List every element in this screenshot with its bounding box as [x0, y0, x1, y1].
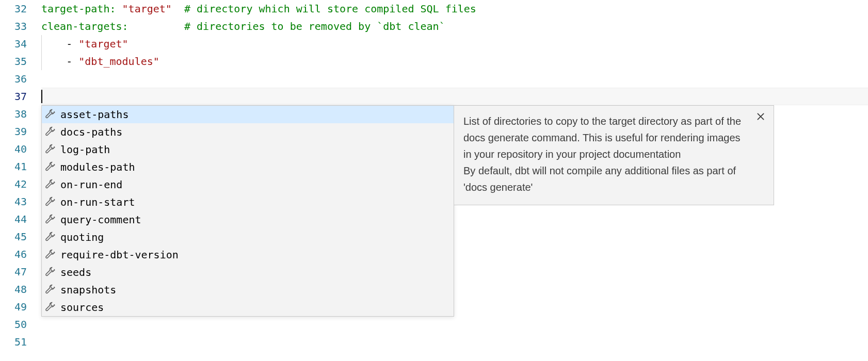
suggestion-item[interactable]: modules-path: [42, 158, 454, 176]
suggestion-label: on-run-start: [60, 196, 135, 208]
suggestion-label: sources: [60, 301, 104, 314]
close-icon[interactable]: [756, 112, 766, 122]
wrench-icon: [45, 144, 56, 155]
suggestion-label: modules-path: [60, 161, 135, 173]
autocomplete-popup: asset-pathsdocs-pathslog-pathmodules-pat…: [41, 105, 774, 317]
line-number-gutter: 32 33 34 35 36 37 38 39 40 41 42 43 44 4…: [0, 0, 41, 361]
wrench-icon: [45, 267, 56, 278]
yaml-comment: # directory which will store compiled SQ…: [184, 3, 476, 15]
suggestion-list[interactable]: asset-pathsdocs-pathslog-pathmodules-pat…: [41, 105, 454, 317]
code-line[interactable]: [41, 333, 868, 351]
wrench-icon: [45, 109, 56, 120]
suggestion-item[interactable]: snapshots: [42, 281, 454, 299]
line-number: 39: [0, 123, 27, 140]
code-line-active[interactable]: [41, 88, 868, 105]
suggestion-item[interactable]: on-run-end: [42, 176, 454, 193]
line-number: 48: [0, 281, 27, 298]
line-number: 46: [0, 245, 27, 263]
line-number: 38: [0, 105, 27, 123]
yaml-key: clean-targets: [41, 20, 122, 32]
wrench-icon: [45, 302, 56, 313]
suggestion-label: snapshots: [60, 284, 116, 296]
suggestion-description: List of directories to copy to the targe…: [463, 113, 748, 195]
line-number: 41: [0, 158, 27, 175]
suggestion-label: log-path: [60, 143, 110, 156]
code-line[interactable]: - "dbt_modules": [41, 53, 868, 70]
code-area[interactable]: target-path: "target" # directory which …: [41, 0, 868, 361]
wrench-icon: [45, 179, 56, 190]
suggestion-label: query-comment: [60, 214, 141, 226]
code-line[interactable]: [41, 70, 868, 88]
suggestion-label: quoting: [60, 231, 104, 243]
suggestion-item[interactable]: quoting: [42, 228, 454, 246]
suggestion-label: docs-paths: [60, 126, 122, 138]
line-number: 33: [0, 18, 27, 35]
wrench-icon: [45, 196, 56, 208]
code-line[interactable]: [41, 316, 868, 333]
line-number: 32: [0, 0, 27, 18]
suggestion-label: on-run-end: [60, 178, 122, 191]
yaml-string: "target": [78, 38, 128, 50]
suggestion-label: require-dbt-version: [60, 249, 179, 261]
code-line[interactable]: target-path: "target" # directory which …: [41, 0, 868, 18]
code-line[interactable]: - "target": [41, 35, 868, 53]
wrench-icon: [45, 214, 56, 225]
yaml-string: "target": [122, 3, 172, 15]
suggestion-item[interactable]: docs-paths: [42, 123, 454, 141]
line-number: 37: [0, 88, 27, 105]
line-number: 44: [0, 210, 27, 228]
suggestion-detail-panel: List of directories to copy to the targe…: [454, 105, 774, 205]
line-number: 35: [0, 53, 27, 70]
code-line[interactable]: clean-targets: # directories to be remov…: [41, 18, 868, 35]
yaml-comment: # directories to be removed by `dbt clea…: [184, 20, 445, 32]
suggestion-item[interactable]: require-dbt-version: [42, 246, 454, 264]
line-number: 50: [0, 316, 27, 333]
line-number: 40: [0, 140, 27, 158]
yaml-string: "dbt_modules": [78, 55, 159, 68]
wrench-icon: [45, 161, 56, 173]
line-number: 42: [0, 175, 27, 193]
code-editor[interactable]: 32 33 34 35 36 37 38 39 40 41 42 43 44 4…: [0, 0, 868, 361]
wrench-icon: [45, 126, 56, 138]
line-number: 36: [0, 70, 27, 88]
line-number: 49: [0, 298, 27, 316]
suggestion-item[interactable]: query-comment: [42, 211, 454, 228]
suggestion-item[interactable]: log-path: [42, 141, 454, 158]
line-number: 51: [0, 333, 27, 351]
line-number: 45: [0, 228, 27, 245]
wrench-icon: [45, 284, 56, 296]
suggestion-label: asset-paths: [60, 108, 128, 121]
suggestion-item[interactable]: on-run-start: [42, 193, 454, 211]
wrench-icon: [45, 249, 56, 260]
suggestion-label: seeds: [60, 266, 91, 278]
line-number: 47: [0, 263, 27, 281]
suggestion-item[interactable]: seeds: [42, 264, 454, 281]
yaml-key: target-path: [41, 3, 109, 15]
suggestion-item[interactable]: asset-paths: [42, 106, 454, 123]
line-number: 34: [0, 35, 27, 53]
line-number: 43: [0, 193, 27, 210]
text-cursor: [41, 90, 42, 103]
suggestion-item[interactable]: sources: [42, 299, 454, 316]
wrench-icon: [45, 232, 56, 243]
